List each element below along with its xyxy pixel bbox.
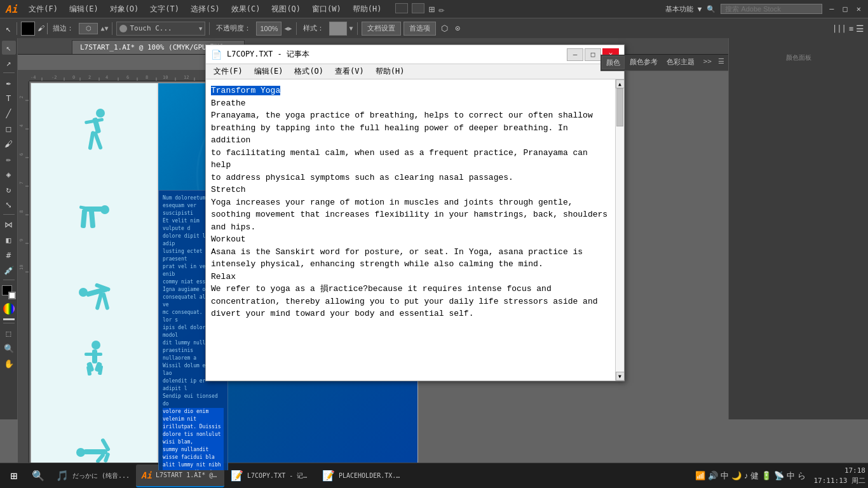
panel-expand-icon[interactable]: >> — [701, 56, 714, 69]
pencil-tool-btn[interactable]: ✏ — [2, 152, 16, 166]
svg-text:7: 7 — [19, 182, 24, 184]
ime-text[interactable]: 中 — [721, 470, 729, 482]
panel-menu-icon[interactable]: ☰ — [715, 56, 727, 69]
line-tool-btn[interactable]: ╱ — [2, 106, 16, 120]
music-note-icon[interactable]: ♪ — [744, 471, 749, 480]
close-icon[interactable]: ✕ — [855, 4, 863, 13]
scrollbar-thumb[interactable] — [616, 88, 623, 126]
stroke-dropdown-icon[interactable]: ▲▼ — [100, 25, 108, 32]
menu-view[interactable]: 视图(Q) — [266, 3, 306, 16]
ime-mode[interactable]: ら — [797, 470, 806, 482]
svg-text:8: 8 — [19, 210, 24, 213]
layout-icon[interactable]: ⊞ — [428, 3, 435, 15]
pen-tool-btn[interactable]: ✒ — [2, 76, 16, 90]
eyedropper-tool-btn[interactable]: 💉 — [2, 263, 16, 277]
fill-stroke-swatches[interactable] — [2, 285, 16, 299]
style-dropdown-icon[interactable]: ▼ — [349, 25, 353, 32]
menu-help[interactable]: 帮助(H) — [348, 3, 387, 16]
notepad-menu-edit[interactable]: 编辑(E) — [249, 65, 288, 78]
notepad-menu-format[interactable]: 格式(O) — [289, 65, 329, 78]
right-panels: 颜色面板 — [728, 38, 868, 419]
start-button[interactable]: ⊞ — [3, 464, 25, 487]
menu-effect[interactable]: 效果(C) — [226, 3, 266, 16]
color-theme-panel-tab[interactable]: 色彩主题 — [663, 56, 698, 69]
svg-text:0: 0 — [72, 75, 75, 80]
rotate-tool-btn[interactable]: ↻ — [2, 182, 16, 196]
notepad-menu-view[interactable]: 查看(V) — [330, 65, 369, 78]
select-tool-btn[interactable]: ↖ — [2, 41, 16, 55]
stroke-label: 描边： — [50, 24, 76, 33]
blend-tool-btn[interactable]: ⋈ — [2, 217, 16, 231]
opacity-arrows[interactable]: ◀▶ — [284, 25, 292, 32]
health-icon[interactable]: 健 — [750, 470, 759, 482]
taskbar-clock[interactable]: 17:18 17:11:13 周二 — [813, 466, 865, 485]
svg-rect-42 — [89, 209, 96, 229]
svg-text:8: 8 — [146, 75, 148, 80]
doc-settings-button[interactable]: 文档设置 — [362, 22, 401, 36]
preferences-button[interactable]: 首选项 — [403, 22, 436, 36]
left-tools-panel: ↖ ↗ ✒ T ╱ □ 🖌 ✏ ◈ ↻ ⤡ ⋈ ◧ # 💉 — [0, 38, 18, 419]
yoga-figure-4 — [72, 334, 116, 391]
zoom-tool-btn[interactable]: 🔍 — [2, 341, 16, 355]
scrollbar-track[interactable] — [616, 88, 624, 372]
menu-overflow-icon[interactable]: ☰ — [856, 24, 864, 34]
stamp-icon[interactable]: ⬡ — [438, 24, 451, 33]
menu-file[interactable]: 文件(F) — [24, 3, 63, 16]
taskbar-search-btn[interactable]: 🔍 — [27, 464, 50, 487]
input-method[interactable]: 中 — [787, 470, 795, 482]
network-icon[interactable]: 📶 — [695, 471, 705, 480]
options-icon[interactable]: ⊙ — [453, 24, 463, 33]
opacity-input[interactable] — [256, 22, 281, 36]
scrollbar-down-btn[interactable]: ▼ — [616, 372, 625, 381]
mesh-tool-btn[interactable]: # — [2, 248, 16, 262]
battery-icon[interactable]: 🔋 — [761, 471, 771, 480]
stock-search-input[interactable] — [721, 4, 822, 14]
none-icon[interactable] — [3, 318, 15, 320]
touch-dropdown[interactable]: Touch C... ▼ — [116, 22, 205, 36]
notepad-maximize-btn[interactable]: □ — [585, 48, 601, 61]
svg-text:2: 2 — [88, 75, 91, 80]
arrange-icon[interactable]: ≡ — [849, 24, 853, 33]
menu-window[interactable]: 窗口(W) — [307, 3, 346, 16]
scrollbar-up-btn[interactable]: ▲ — [616, 79, 625, 88]
notepad-menu-file[interactable]: 文件(F) — [208, 65, 248, 78]
placeholder-taskbar-icon: 📝 — [322, 470, 335, 482]
moon-icon[interactable]: 🌙 — [731, 471, 742, 480]
taskbar-placeholder-btn[interactable]: 📝 PLACEHOLDER.TX... — [317, 464, 407, 487]
maximize-icon[interactable]: □ — [841, 4, 850, 13]
notepad-menu-help[interactable]: 帮助(H) — [370, 65, 410, 78]
pen-tool-icon[interactable]: ✏ — [438, 3, 445, 15]
taskbar-notepad-btn[interactable]: 📝 L7COPY.TXT - 记... — [226, 464, 316, 487]
volume-icon[interactable]: 🔊 — [708, 471, 718, 480]
svg-text:6: 6 — [126, 75, 129, 80]
eraser-tool-btn[interactable]: ◈ — [2, 167, 16, 181]
notepad-minimize-btn[interactable]: — — [567, 48, 583, 61]
style-preview[interactable] — [329, 22, 347, 36]
minimize-icon[interactable]: — — [827, 4, 836, 13]
color-mode-icon[interactable] — [3, 303, 15, 315]
menu-edit[interactable]: 编辑(E) — [64, 3, 104, 16]
menu-select[interactable]: 选择(S) — [186, 3, 225, 16]
artboard-tool-btn[interactable]: ⬚ — [2, 326, 16, 340]
direct-select-tool-btn[interactable]: ↗ — [2, 56, 16, 70]
color-panel-tab[interactable]: 颜色 — [602, 56, 625, 69]
selection-tool-icon[interactable]: ↖ — [4, 24, 13, 34]
type-tool-btn[interactable]: T — [2, 91, 16, 105]
gradient-tool-btn[interactable]: ◧ — [2, 233, 16, 247]
paintbrush-tool-btn[interactable]: 🖌 — [2, 137, 16, 151]
menu-text[interactable]: 文字(T) — [145, 3, 184, 16]
color-ref-panel-tab[interactable]: 颜色参考 — [626, 56, 661, 69]
network-strength-icon[interactable]: 📡 — [774, 471, 784, 480]
scale-tool-btn[interactable]: ⤡ — [2, 198, 16, 212]
panel-toggle-icon[interactable]: ||| — [832, 24, 846, 33]
notepad-content-area: Transform Yoga Breathe Pranayama, the yo… — [206, 79, 624, 381]
fill-color[interactable] — [21, 22, 35, 36]
brush-icon[interactable]: 🖌 — [37, 24, 44, 32]
taskbar-music-btn[interactable]: 🎵 だっかに (纯音... — [51, 464, 135, 487]
notepad-scrollbar[interactable]: ▲ ▼ — [615, 79, 624, 381]
menu-object[interactable]: 对象(O) — [105, 3, 144, 16]
svg-rect-48 — [101, 292, 109, 311]
touch-label: Touch C... — [130, 24, 199, 32]
hand-tool-btn[interactable]: ✋ — [2, 356, 16, 370]
rect-tool-btn[interactable]: □ — [2, 121, 16, 135]
